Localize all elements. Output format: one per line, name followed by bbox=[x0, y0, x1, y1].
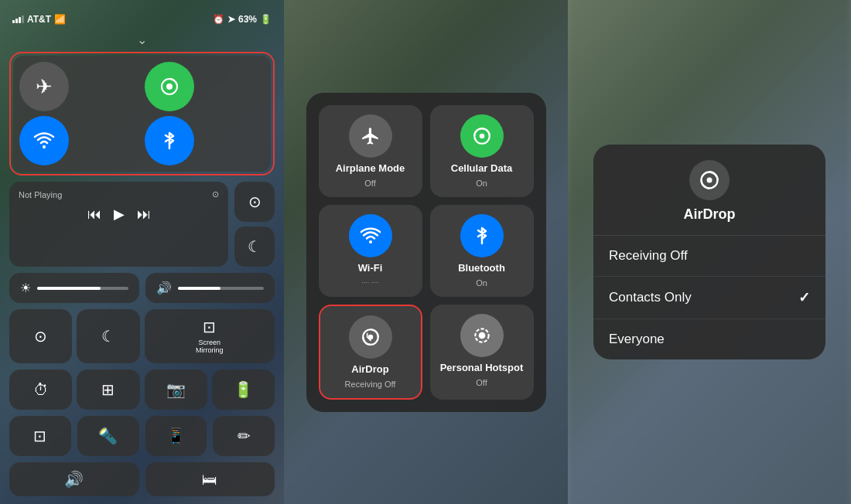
pull-indicator: ⌄ bbox=[9, 32, 275, 47]
svg-point-1 bbox=[166, 83, 173, 90]
hotspot-circle bbox=[460, 314, 504, 357]
airplane-mode-button[interactable]: ✈ bbox=[19, 62, 69, 111]
lower-controls: ⊙ ☾ ⊡ ScreenMirroring bbox=[9, 309, 275, 363]
do-not-disturb-toggle[interactable]: ☾ bbox=[77, 309, 139, 363]
fastforward-button[interactable]: ⏭ bbox=[137, 206, 151, 223]
media-widget: Not Playing ⊙ ⏮ ▶ ⏭ bbox=[9, 182, 228, 267]
cc-hotspot[interactable]: Personal Hotspot Off bbox=[430, 305, 534, 400]
battery-widget-button[interactable]: 🔋 bbox=[212, 369, 275, 410]
status-bar: AT&T 📶 ⏰ ➤ 63% 🔋 bbox=[9, 8, 275, 31]
cellular-circle bbox=[460, 114, 504, 158]
airdrop-menu-title: AirDrop bbox=[684, 206, 736, 223]
rewind-button[interactable]: ⏮ bbox=[87, 206, 101, 223]
hotspot-title: Personal Hotspot bbox=[440, 362, 524, 373]
bottom-row: ⏱ ⊞ 📷 🔋 bbox=[9, 369, 275, 410]
cc-wifi[interactable]: Wi-Fi ···· ···· bbox=[319, 205, 422, 297]
camera-button[interactable]: 📷 bbox=[145, 369, 207, 410]
screen-rotation-button[interactable]: ⊙ bbox=[234, 182, 275, 222]
svg-point-5 bbox=[369, 240, 372, 243]
airdrop-option-contacts-only[interactable]: Contacts Only ✓ bbox=[593, 277, 825, 319]
airplane-subtitle: Off bbox=[364, 179, 375, 188]
panel1-control-center: AT&T 📶 ⏰ ➤ 63% 🔋 ⌄ ✈ bbox=[0, 0, 284, 504]
airdrop-circle bbox=[349, 315, 392, 359]
flashlight-button[interactable]: 🔦 bbox=[77, 416, 139, 456]
do-not-disturb-button[interactable]: ☾ bbox=[234, 226, 275, 267]
hotspot-subtitle: Off bbox=[476, 378, 487, 387]
airplay-icon: ⊙ bbox=[212, 189, 219, 199]
volume-icon: 🔊 bbox=[156, 281, 172, 295]
nfc-button[interactable]: 🔊 bbox=[9, 462, 139, 496]
location-icon: ➤ bbox=[227, 14, 235, 25]
cellular-subtitle: On bbox=[476, 179, 487, 188]
cc-bluetooth[interactable]: Bluetooth On bbox=[430, 205, 534, 297]
notes-button[interactable]: ✏ bbox=[213, 416, 275, 456]
wifi-status-icon: 📶 bbox=[54, 14, 66, 25]
screen-rotation-toggle[interactable]: ⊙ bbox=[9, 309, 72, 363]
sleep-button[interactable]: 🛏 bbox=[145, 462, 275, 496]
airdrop-option-receiving-off[interactable]: Receiving Off bbox=[593, 236, 825, 277]
bluetooth-subtitle: On bbox=[476, 278, 487, 288]
cc-airplane-mode[interactable]: Airplane Mode Off bbox=[319, 105, 422, 197]
airdrop-option-everyone[interactable]: Everyone bbox=[593, 319, 825, 359]
now-playing-title: Not Playing bbox=[19, 190, 62, 199]
alarm-icon: ⏰ bbox=[213, 14, 224, 25]
wifi-button[interactable] bbox=[19, 116, 69, 165]
wifi-title: Wi-Fi bbox=[358, 262, 383, 274]
qr-scanner-button[interactable]: ⊡ bbox=[9, 416, 71, 456]
panel2-expanded-cc: Airplane Mode Off Cellular Data On bbox=[284, 0, 568, 504]
signal-bars bbox=[12, 15, 24, 23]
battery-percentage: 63% bbox=[238, 14, 257, 25]
airdrop-subtitle: Receiving Off bbox=[345, 380, 396, 389]
svg-point-4 bbox=[479, 133, 484, 138]
calculator-button[interactable]: ⊞ bbox=[77, 369, 139, 410]
bluetooth-circle bbox=[460, 214, 504, 257]
screen-mirroring-label: ScreenMirroring bbox=[196, 339, 224, 355]
airdrop-header: AirDrop bbox=[593, 145, 825, 236]
brightness-icon: ☀ bbox=[20, 281, 31, 295]
svg-point-2 bbox=[43, 145, 46, 148]
contacts-only-checkmark: ✓ bbox=[798, 289, 810, 306]
airdrop-header-icon bbox=[689, 160, 730, 200]
cc-cellular[interactable]: Cellular Data On bbox=[430, 105, 534, 197]
bluetooth-title: Bluetooth bbox=[458, 262, 505, 274]
wifi-subtitle: ···· ···· bbox=[361, 278, 379, 286]
cc-airdrop[interactable]: AirDrop Receiving Off bbox=[319, 305, 422, 400]
connectivity-grid-border: ✈ bbox=[9, 52, 275, 175]
receiving-off-label: Receiving Off bbox=[609, 248, 688, 264]
cellular-data-button[interactable] bbox=[145, 62, 194, 111]
airdrop-title: AirDrop bbox=[351, 363, 388, 375]
wifi-circle bbox=[349, 214, 392, 257]
screen-mirroring-button[interactable]: ⊡ ScreenMirroring bbox=[145, 309, 275, 363]
svg-point-11 bbox=[707, 178, 713, 183]
cc-panel: Airplane Mode Off Cellular Data On bbox=[306, 93, 546, 412]
panel3-airdrop-menu: AirDrop Receiving Off Contacts Only ✓ Ev… bbox=[568, 0, 851, 504]
cc-grid: Airplane Mode Off Cellular Data On bbox=[319, 105, 534, 400]
play-button[interactable]: ▶ bbox=[114, 206, 125, 223]
airplane-title: Airplane Mode bbox=[336, 162, 405, 174]
carrier-label: AT&T bbox=[27, 14, 51, 25]
airdrop-options-list: Receiving Off Contacts Only ✓ Everyone bbox=[593, 236, 825, 359]
cellular-title: Cellular Data bbox=[451, 162, 512, 174]
contacts-only-label: Contacts Only bbox=[609, 290, 692, 305]
airdrop-menu: AirDrop Receiving Off Contacts Only ✓ Ev… bbox=[593, 145, 825, 359]
remote-button[interactable]: 📱 bbox=[145, 416, 207, 456]
battery-icon: 🔋 bbox=[260, 14, 272, 25]
timer-button[interactable]: ⏱ bbox=[9, 369, 72, 410]
airplane-circle bbox=[349, 114, 392, 158]
everyone-label: Everyone bbox=[609, 332, 665, 347]
media-controls: ⏮ ▶ ⏭ bbox=[19, 206, 219, 223]
connectivity-grid: ✈ bbox=[13, 56, 271, 172]
svg-point-8 bbox=[478, 332, 485, 339]
bluetooth-button[interactable] bbox=[145, 116, 194, 165]
